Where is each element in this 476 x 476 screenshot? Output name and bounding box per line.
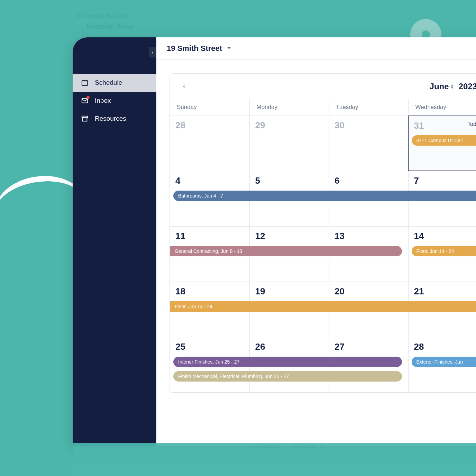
sidebar-collapse-button[interactable]: ‹ [149, 47, 156, 57]
archive-icon [81, 115, 89, 122]
day-number: 30 [335, 120, 403, 131]
calendar-month-year: June ▴▾ 2023 [430, 82, 476, 91]
svg-rect-6 [83, 118, 87, 121]
day-header: Monday [249, 99, 329, 116]
week-row: 28 29 30 31 Today 3711 Campus Dr Call [170, 116, 476, 171]
sidebar-nav: Schedule Inbox Resources [73, 74, 156, 128]
sidebar: ‹ Schedule Inbox Resources [73, 37, 156, 446]
map-label: Lakeside [253, 442, 280, 450]
day-number: 28 [175, 120, 244, 131]
day-number: 4 [175, 175, 244, 186]
month-label: June [430, 82, 449, 91]
day-number: 29 [255, 120, 323, 131]
day-number: 26 [255, 341, 323, 352]
sidebar-item-label: Schedule [95, 79, 122, 86]
sidebar-item-label: Resources [95, 115, 126, 122]
day-number: 31 [414, 120, 476, 131]
day-header: Tuesday [329, 99, 408, 116]
day-cell[interactable]: 30 [329, 116, 408, 171]
sidebar-item-schedule[interactable]: Schedule [73, 74, 156, 92]
calendar: ‹ June ▴▾ 2023 Sunday Monday Tuesday Wed… [170, 73, 476, 393]
day-number: 5 [255, 175, 323, 186]
header: 19 Smith Street [156, 37, 476, 60]
sidebar-item-resources[interactable]: Resources [73, 110, 156, 128]
day-number: 18 [175, 286, 244, 297]
calendar-event[interactable]: Finish Mechanical, Electrical, Plumbing,… [173, 371, 402, 382]
chevron-down-icon[interactable] [226, 45, 232, 52]
day-number: 20 [335, 286, 403, 297]
map-label: Restoran Amjal [86, 22, 134, 30]
week-row: 4 5 6 7 Bathrooms, Jun 4 - 7 [170, 171, 476, 227]
calendar-container: ‹ June ▴▾ 2023 Sunday Monday Tuesday Wed… [156, 60, 476, 393]
sort-icon: ▴▾ [451, 84, 453, 89]
day-number: 14 [414, 231, 476, 241]
calendar-event[interactable]: Floor, Jun 14 - 24 [170, 301, 476, 312]
calendar-event[interactable]: 3711 Campus Dr Call [412, 135, 476, 146]
day-cell[interactable]: 28 [170, 116, 249, 171]
calendar-event[interactable]: Exterior Finishes, Jun [412, 357, 476, 367]
device-frame: ‹ Schedule Inbox Resources [73, 37, 476, 446]
calendar-event[interactable]: Interior Finishes, Jun 25 - 27 [173, 357, 402, 367]
day-cell[interactable]: 29 [249, 116, 329, 171]
day-number: 13 [335, 231, 403, 241]
svg-rect-0 [82, 81, 88, 86]
day-number: 11 [175, 231, 244, 241]
week-row: 18 19 20 21 Floor, Jun 14 - 24 [170, 282, 476, 337]
week-row: 25 26 27 28 Interior Finishes, Jun 25 - … [170, 337, 476, 393]
calendar-prev-button[interactable]: ‹ [180, 81, 188, 91]
sidebar-item-label: Inbox [95, 97, 111, 104]
calendar-event[interactable]: Floor, Jun 14 - 24 [412, 246, 476, 256]
day-number: 28 [414, 341, 476, 352]
main-content: 19 Smith Street ‹ June ▴▾ 2023 [156, 37, 476, 446]
month-selector[interactable]: June ▴▾ [430, 82, 453, 91]
day-header: Sunday [170, 99, 249, 116]
day-number: 21 [414, 286, 476, 297]
calendar-icon [81, 79, 89, 86]
today-label: Today [467, 121, 476, 127]
day-header: Wednesday [408, 99, 476, 116]
calendar-event[interactable]: Bathrooms, Jun 4 - 7 [173, 191, 476, 201]
day-number: 6 [335, 175, 403, 186]
week-row: 11 12 13 14 General Contracting, Jun 8 -… [170, 227, 476, 282]
chevron-left-icon: ‹ [152, 49, 154, 55]
day-headers-row: Sunday Monday Tuesday Wednesday [170, 99, 476, 116]
day-number: 25 [175, 341, 244, 352]
map-label: In Pantai Baharu [76, 12, 128, 20]
year-selector[interactable]: 2023 [459, 82, 476, 91]
calendar-event[interactable]: General Contracting, Jun 8 - 13 [170, 246, 402, 256]
day-number: 27 [335, 341, 403, 352]
day-number: 19 [255, 286, 323, 297]
property-selector[interactable]: 19 Smith Street [167, 44, 222, 53]
map-label: Avenue 5 [294, 442, 323, 450]
day-number: 12 [255, 231, 323, 241]
day-number: 7 [414, 175, 476, 186]
calendar-header: ‹ June ▴▾ 2023 [170, 74, 476, 99]
mail-icon [81, 97, 89, 104]
sidebar-item-inbox[interactable]: Inbox [73, 92, 156, 110]
